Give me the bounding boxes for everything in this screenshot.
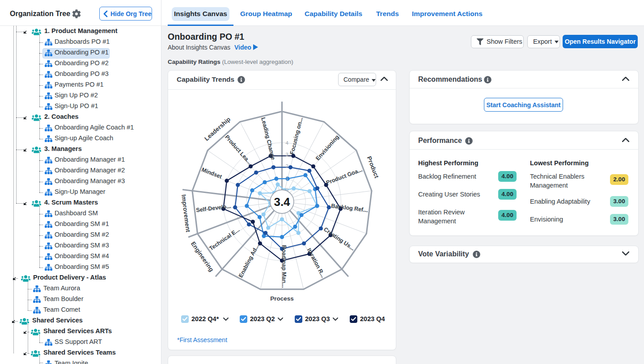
svg-text:Process: Process (270, 295, 294, 302)
svg-text:1: 1 (286, 176, 288, 181)
svg-text:2: 2 (286, 163, 288, 169)
svg-text:Leading Change: Leading Change (260, 117, 276, 160)
svg-text:Product Goa...: Product Goa... (325, 167, 363, 186)
svg-text:3.4: 3.4 (274, 195, 290, 209)
svg-text:4: 4 (286, 140, 289, 146)
svg-text:Mindset: Mindset (201, 167, 223, 180)
svg-text:Product: Product (366, 155, 380, 179)
svg-text:Envisioning: Envisioning (314, 134, 340, 162)
svg-text:Backlog Ref...: Backlog Ref... (331, 203, 369, 213)
svg-text:3: 3 (286, 152, 288, 157)
svg-text:Improvement: Improvement (180, 194, 191, 233)
svg-text:Roadmap Man...: Roadmap Man... (281, 245, 287, 288)
svg-text:Technical E...: Technical E... (208, 226, 241, 251)
svg-text:Self-Develo...: Self-Develo... (196, 203, 232, 213)
svg-text:Focusing on...: Focusing on... (289, 117, 304, 155)
svg-text:Product Lea...: Product Lea... (224, 134, 253, 166)
svg-text:Iteration R...: Iteration R... (306, 247, 326, 278)
